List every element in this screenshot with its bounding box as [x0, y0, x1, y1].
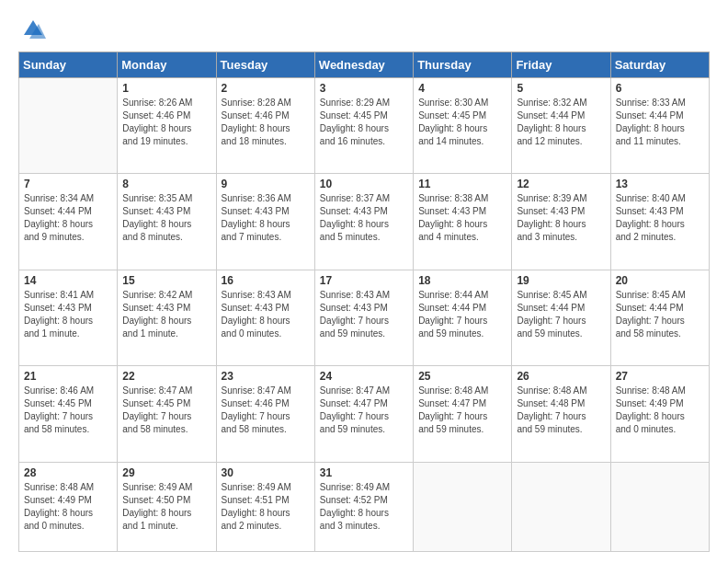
day-info: Sunrise: 8:48 AMSunset: 4:49 PMDaylight:…: [24, 481, 112, 533]
calendar-cell: 29Sunrise: 8:49 AMSunset: 4:50 PMDayligh…: [118, 462, 216, 551]
day-info: Sunrise: 8:45 AMSunset: 4:44 PMDaylight:…: [517, 289, 605, 340]
day-number: 4: [418, 82, 506, 95]
day-info: Sunrise: 8:36 AMSunset: 4:43 PMDaylight:…: [222, 192, 310, 244]
day-info: Sunrise: 8:35 AMSunset: 4:43 PMDaylight:…: [122, 192, 210, 244]
day-number: 21: [24, 370, 112, 383]
day-info: Sunrise: 8:47 AMSunset: 4:45 PMDaylight:…: [122, 385, 210, 436]
weekday-header-sunday: Sunday: [19, 52, 118, 78]
calendar-cell: 23Sunrise: 8:47 AMSunset: 4:46 PMDayligh…: [216, 366, 314, 462]
day-number: 9: [222, 178, 310, 190]
day-number: 27: [616, 370, 704, 383]
day-info: Sunrise: 8:43 AMSunset: 4:43 PMDaylight:…: [320, 289, 408, 340]
day-number: 17: [320, 274, 408, 287]
day-info: Sunrise: 8:26 AMSunset: 4:46 PMDaylight:…: [122, 97, 210, 148]
day-info: Sunrise: 8:45 AMSunset: 4:44 PMDaylight:…: [616, 289, 704, 340]
day-number: 11: [418, 178, 506, 190]
day-info: Sunrise: 8:41 AMSunset: 4:43 PMDaylight:…: [24, 289, 112, 340]
calendar-cell: 12Sunrise: 8:39 AMSunset: 4:43 PMDayligh…: [512, 174, 610, 270]
calendar-cell: 24Sunrise: 8:47 AMSunset: 4:47 PMDayligh…: [314, 366, 413, 462]
calendar-cell: 28Sunrise: 8:48 AMSunset: 4:49 PMDayligh…: [19, 462, 118, 551]
calendar-cell: 21Sunrise: 8:46 AMSunset: 4:45 PMDayligh…: [19, 366, 118, 462]
day-number: 7: [24, 178, 112, 190]
day-number: 28: [24, 466, 112, 479]
day-info: Sunrise: 8:30 AMSunset: 4:45 PMDaylight:…: [418, 97, 506, 148]
weekday-header-thursday: Thursday: [414, 52, 512, 78]
day-number: 12: [517, 178, 605, 190]
calendar-cell: 5Sunrise: 8:32 AMSunset: 4:44 PMDaylight…: [512, 78, 610, 174]
day-info: Sunrise: 8:39 AMSunset: 4:43 PMDaylight:…: [517, 192, 605, 244]
calendar-cell: 17Sunrise: 8:43 AMSunset: 4:43 PMDayligh…: [314, 270, 413, 365]
calendar-cell: 10Sunrise: 8:37 AMSunset: 4:43 PMDayligh…: [314, 174, 413, 270]
calendar-cell: 25Sunrise: 8:48 AMSunset: 4:47 PMDayligh…: [414, 366, 512, 462]
calendar-cell: 15Sunrise: 8:42 AMSunset: 4:43 PMDayligh…: [118, 270, 216, 365]
day-info: Sunrise: 8:42 AMSunset: 4:43 PMDaylight:…: [122, 289, 210, 340]
day-info: Sunrise: 8:32 AMSunset: 4:44 PMDaylight:…: [517, 97, 605, 148]
calendar-table: SundayMondayTuesdayWednesdayThursdayFrid…: [18, 52, 710, 552]
calendar-cell: 30Sunrise: 8:49 AMSunset: 4:51 PMDayligh…: [216, 462, 314, 551]
day-number: 19: [517, 274, 605, 287]
calendar-cell: 18Sunrise: 8:44 AMSunset: 4:44 PMDayligh…: [414, 270, 512, 365]
calendar-cell: 6Sunrise: 8:33 AMSunset: 4:44 PMDaylight…: [610, 78, 709, 174]
calendar-cell: [414, 462, 512, 551]
day-info: Sunrise: 8:44 AMSunset: 4:44 PMDaylight:…: [418, 289, 506, 340]
week-row-0: 1Sunrise: 8:26 AMSunset: 4:46 PMDaylight…: [19, 78, 710, 174]
page: SundayMondayTuesdayWednesdayThursdayFrid…: [0, 0, 728, 563]
logo-icon: [20, 17, 46, 42]
calendar-cell: 13Sunrise: 8:40 AMSunset: 4:43 PMDayligh…: [610, 174, 709, 270]
weekday-header-wednesday: Wednesday: [314, 52, 413, 78]
day-info: Sunrise: 8:48 AMSunset: 4:47 PMDaylight:…: [418, 385, 506, 436]
calendar-cell: 27Sunrise: 8:48 AMSunset: 4:49 PMDayligh…: [610, 366, 709, 462]
day-number: 31: [320, 466, 408, 479]
calendar-cell: 31Sunrise: 8:49 AMSunset: 4:52 PMDayligh…: [314, 462, 413, 551]
weekday-header-row: SundayMondayTuesdayWednesdayThursdayFrid…: [19, 52, 710, 78]
calendar-cell: 20Sunrise: 8:45 AMSunset: 4:44 PMDayligh…: [610, 270, 709, 365]
day-number: 14: [24, 274, 112, 287]
calendar-cell: 11Sunrise: 8:38 AMSunset: 4:43 PMDayligh…: [414, 174, 512, 270]
calendar-cell: 1Sunrise: 8:26 AMSunset: 4:46 PMDaylight…: [118, 78, 216, 174]
day-info: Sunrise: 8:49 AMSunset: 4:51 PMDaylight:…: [222, 481, 310, 533]
day-info: Sunrise: 8:34 AMSunset: 4:44 PMDaylight:…: [24, 192, 112, 244]
week-row-2: 14Sunrise: 8:41 AMSunset: 4:43 PMDayligh…: [19, 270, 710, 365]
day-info: Sunrise: 8:47 AMSunset: 4:47 PMDaylight:…: [320, 385, 408, 436]
day-info: Sunrise: 8:48 AMSunset: 4:49 PMDaylight:…: [616, 385, 704, 436]
week-row-3: 21Sunrise: 8:46 AMSunset: 4:45 PMDayligh…: [19, 366, 710, 462]
calendar-cell: 14Sunrise: 8:41 AMSunset: 4:43 PMDayligh…: [19, 270, 118, 365]
calendar-cell: 16Sunrise: 8:43 AMSunset: 4:43 PMDayligh…: [216, 270, 314, 365]
day-number: 3: [320, 82, 408, 95]
calendar-cell: [19, 78, 118, 174]
day-number: 6: [616, 82, 704, 95]
day-number: 30: [222, 466, 310, 479]
weekday-header-tuesday: Tuesday: [216, 52, 314, 78]
calendar-cell: 22Sunrise: 8:47 AMSunset: 4:45 PMDayligh…: [118, 366, 216, 462]
calendar-cell: 2Sunrise: 8:28 AMSunset: 4:46 PMDaylight…: [216, 78, 314, 174]
day-info: Sunrise: 8:46 AMSunset: 4:45 PMDaylight:…: [24, 385, 112, 436]
day-info: Sunrise: 8:38 AMSunset: 4:43 PMDaylight:…: [418, 192, 506, 244]
day-number: 23: [222, 370, 310, 383]
day-info: Sunrise: 8:37 AMSunset: 4:43 PMDaylight:…: [320, 192, 408, 244]
day-info: Sunrise: 8:29 AMSunset: 4:45 PMDaylight:…: [320, 97, 408, 148]
day-info: Sunrise: 8:49 AMSunset: 4:52 PMDaylight:…: [320, 481, 408, 533]
day-number: 22: [122, 370, 210, 383]
calendar-cell: 3Sunrise: 8:29 AMSunset: 4:45 PMDaylight…: [314, 78, 413, 174]
calendar-cell: 26Sunrise: 8:48 AMSunset: 4:48 PMDayligh…: [512, 366, 610, 462]
day-info: Sunrise: 8:49 AMSunset: 4:50 PMDaylight:…: [122, 481, 210, 533]
day-number: 10: [320, 178, 408, 190]
day-number: 5: [517, 82, 605, 95]
calendar-cell: 7Sunrise: 8:34 AMSunset: 4:44 PMDaylight…: [19, 174, 118, 270]
calendar-cell: 19Sunrise: 8:45 AMSunset: 4:44 PMDayligh…: [512, 270, 610, 365]
day-number: 2: [222, 82, 310, 95]
weekday-header-monday: Monday: [118, 52, 216, 78]
calendar-cell: 8Sunrise: 8:35 AMSunset: 4:43 PMDaylight…: [118, 174, 216, 270]
day-info: Sunrise: 8:28 AMSunset: 4:46 PMDaylight:…: [222, 97, 310, 148]
header: [18, 17, 710, 42]
day-info: Sunrise: 8:33 AMSunset: 4:44 PMDaylight:…: [616, 97, 704, 148]
calendar-cell: [512, 462, 610, 551]
day-number: 1: [122, 82, 210, 95]
day-info: Sunrise: 8:47 AMSunset: 4:46 PMDaylight:…: [222, 385, 310, 436]
day-number: 16: [222, 274, 310, 287]
day-number: 24: [320, 370, 408, 383]
calendar-cell: 4Sunrise: 8:30 AMSunset: 4:45 PMDaylight…: [414, 78, 512, 174]
day-info: Sunrise: 8:43 AMSunset: 4:43 PMDaylight:…: [222, 289, 310, 340]
weekday-header-friday: Friday: [512, 52, 610, 78]
day-number: 20: [616, 274, 704, 287]
